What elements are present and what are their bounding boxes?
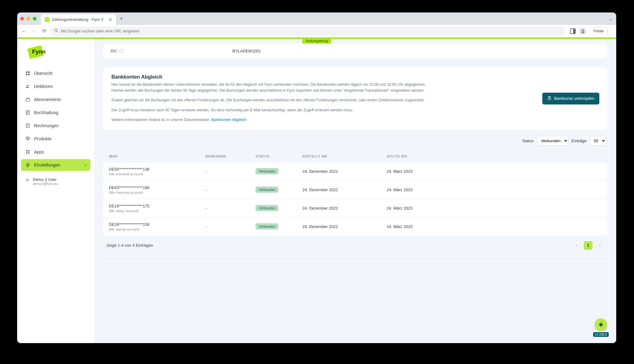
svg-rect-5: [26, 74, 27, 75]
sidebar-item-label: Debitoren: [34, 84, 53, 89]
svg-line-30: [599, 324, 600, 324]
sidebar-item-label: Rechnungen: [34, 123, 59, 128]
table-row[interactable]: DE55***************138 (My overdraft acc…: [103, 163, 607, 180]
svg-point-8: [28, 85, 29, 86]
cell-iban-sub: (My salary account): [109, 209, 206, 213]
close-window-icon[interactable]: [20, 17, 24, 21]
svg-rect-6: [28, 74, 30, 75]
cell-bankname: -: [206, 224, 256, 229]
accounting-icon: [25, 110, 30, 115]
settings-icon: [25, 163, 30, 167]
new-tab-button[interactable]: +: [120, 16, 123, 22]
divider: [103, 258, 607, 258]
cell-iban: DE18***************175: [109, 204, 206, 208]
chevron-right-icon: ›: [85, 163, 86, 167]
page-prev-button[interactable]: ‹: [572, 241, 581, 250]
browser-toolbar: ← → ⟳ Fehler ⋮: [17, 25, 616, 37]
svg-point-21: [27, 164, 28, 166]
apps-icon: [25, 149, 30, 154]
back-button[interactable]: ←: [20, 28, 28, 34]
card-title: Bankkonten Abgleich: [111, 74, 530, 80]
svg-rect-24: [549, 98, 549, 99]
status-filter-label: Status: [522, 138, 534, 143]
entries-filter-select[interactable]: 50: [590, 136, 606, 146]
sidebar-item-products[interactable]: Produkte: [21, 133, 90, 145]
table-row[interactable]: DE18***************175 (My salary accoun…: [103, 199, 607, 217]
logo[interactable]: Fynn: [27, 45, 52, 57]
invoice-icon: [25, 123, 30, 128]
close-tab-icon[interactable]: ✕: [109, 17, 112, 22]
table-row[interactable]: DE43***************168 (My checking acco…: [103, 181, 607, 199]
svg-rect-9: [26, 99, 30, 101]
sidebar-item-invoices[interactable]: Rechnungen: [21, 120, 90, 132]
sidebar-item-overview[interactable]: Übersicht: [21, 67, 90, 79]
tab-title: Zahlungsverarbeitung - Fynn V: [52, 17, 104, 22]
col-created: ERSTELLT AM: [302, 154, 387, 158]
debug-widget: v1.106.6: [593, 318, 609, 337]
divider: [103, 63, 607, 63]
user-info[interactable]: Demo 2 User demo2@fynn.eu: [21, 175, 90, 188]
maximize-window-icon[interactable]: [33, 17, 37, 21]
sidebar-item-label: Übersicht: [34, 71, 52, 76]
doc-link[interactable]: Bankkonten Abgleich: [212, 118, 246, 122]
bic-row: BIC i BYLADEM1001: [103, 44, 607, 58]
cell-iban: DE28***************159: [109, 222, 206, 227]
minimize-window-icon[interactable]: [27, 17, 30, 21]
cell-created: 24. Dezember 2022: [302, 169, 387, 174]
svg-rect-26: [548, 99, 551, 100]
sidebar-item-settings[interactable]: Einstellungen ›: [21, 159, 90, 171]
address-bar[interactable]: [50, 27, 565, 36]
products-icon: [25, 136, 30, 141]
button-label: Bankkonto verknüpfen: [554, 96, 594, 101]
pagination: ‹ 1 ›: [572, 241, 604, 250]
status-filter-select[interactable]: Verbunden: [537, 136, 568, 146]
app-viewport: Testumgebung Fynn Übersicht Debitoren Ab…: [17, 37, 616, 343]
page-current[interactable]: 1: [584, 241, 593, 250]
svg-line-33: [602, 325, 603, 326]
browser-tab[interactable]: Zahlungsverarbeitung - Fynn V ✕: [41, 14, 116, 25]
cell-valid: 24. März 2023: [387, 224, 602, 229]
link-bank-account-button[interactable]: Bankkonto verknüpfen: [542, 93, 599, 104]
info-icon[interactable]: i: [119, 49, 124, 53]
status-badge: Verbunden: [256, 205, 278, 211]
error-indicator[interactable]: Fehler ⋮: [590, 27, 613, 35]
svg-point-22: [27, 178, 28, 180]
col-valid: GÜLTIG BIS: [387, 154, 602, 158]
cell-iban: DE43***************168: [109, 185, 206, 190]
sidebar-item-apps[interactable]: Apps: [21, 146, 90, 158]
sidebar-item-label: Buchhaltung: [34, 110, 58, 115]
entries-filter-label: Einträge: [572, 138, 587, 143]
bic-label: BIC i: [111, 49, 232, 53]
status-badge: Verbunden: [256, 223, 278, 230]
card-paragraph: Hier kannst du die Bankkonten deines Unt…: [111, 82, 530, 88]
table-footer: Zeige 1-4 von 4 Einträgen ‹ 1 ›: [103, 236, 607, 255]
table-filters: Status Verbunden Einträge 50: [103, 132, 607, 150]
sidebar-item-accounting[interactable]: Buchhaltung: [21, 107, 90, 119]
account-sync-card: Bankkonten Abgleich Hier kannst du die B…: [103, 67, 607, 130]
browser-tab-strip: Zahlungsverarbeitung - Fynn V ✕ + ⌄: [17, 12, 616, 25]
svg-rect-23: [548, 98, 548, 99]
profile-icon[interactable]: [579, 28, 586, 35]
cell-created: 24. Dezember 2022: [302, 187, 387, 192]
status-badge: Verbunden: [256, 187, 278, 193]
search-icon: [54, 28, 58, 34]
sidebar-item-subscriptions[interactable]: Abonnements: [21, 94, 90, 105]
forward-button[interactable]: →: [30, 28, 38, 34]
address-input[interactable]: [61, 29, 561, 33]
cell-created: 24. Dezember 2022: [302, 206, 387, 211]
svg-rect-18: [28, 150, 29, 152]
svg-line-31: [602, 324, 603, 324]
reload-button[interactable]: ⟳: [40, 28, 48, 34]
table-row[interactable]: DE28***************159 (My saving accoun…: [103, 218, 607, 235]
card-paragraph: Der Zugriff muss meistens nach 90 Tagen …: [111, 107, 530, 113]
sidebar-item-debtors[interactable]: Debitoren: [21, 80, 90, 92]
tabs-menu-icon[interactable]: ⌄: [609, 16, 612, 21]
people-icon: [25, 84, 30, 89]
svg-point-27: [600, 323, 602, 326]
page-next-button[interactable]: ›: [596, 241, 604, 250]
svg-point-0: [55, 29, 57, 32]
bug-report-button[interactable]: [595, 318, 607, 331]
svg-point-7: [27, 85, 28, 86]
panel-icon[interactable]: [570, 28, 576, 34]
sidebar-item-label: Apps: [34, 149, 44, 154]
